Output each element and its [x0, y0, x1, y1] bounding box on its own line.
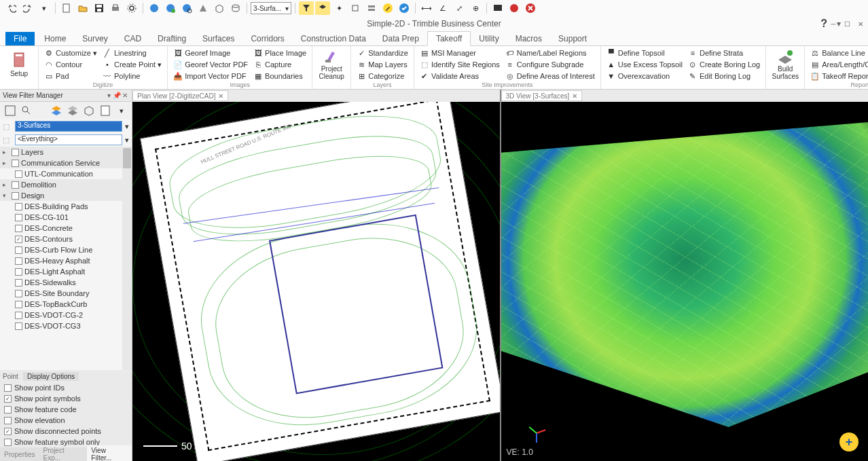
qat-record-icon[interactable] [507, 1, 522, 15]
tab-survey[interactable]: Survey [74, 32, 115, 45]
bottom-tab-project-explorer[interactable]: Project Exp... [39, 445, 88, 461]
setup-button[interactable]: Setup [4, 48, 34, 80]
tree-layer-item[interactable]: DES-Building Pads [0, 201, 132, 212]
qat-globe-blue-icon[interactable] [147, 1, 162, 15]
3d-view-tab[interactable]: 3D View [3-Surfaces] ✕ [501, 90, 583, 101]
plan-view-close-icon[interactable]: ✕ [218, 92, 223, 100]
tool-more-icon[interactable]: ▾ [114, 103, 129, 118]
tab-construction-data[interactable]: Construction Data [293, 32, 374, 45]
pad-button[interactable]: ▭Pad [43, 71, 98, 81]
tree-group[interactable]: ▾Design [0, 190, 132, 201]
qat-stack-icon[interactable] [364, 1, 379, 15]
georef-vector-pdf-button[interactable]: 📄Georef Vector PDF [172, 59, 249, 70]
qat-wand-icon[interactable]: ✦ [331, 1, 346, 15]
3d-view-close-icon[interactable]: ✕ [572, 92, 577, 100]
qat-stop-icon[interactable] [523, 1, 538, 15]
plan-view-tab[interactable]: Plan View [2-DigitizeCAD] ✕ [132, 90, 228, 101]
filter-select-dd-icon[interactable]: ▾ [125, 136, 129, 145]
qat-globe-green-icon[interactable] [163, 1, 178, 15]
tree-layer-item[interactable]: DES-TopBackCurb [0, 299, 132, 310]
add-fab-button[interactable]: + [839, 432, 858, 451]
display-option-row[interactable]: Show elevation [0, 415, 132, 426]
configure-subgrade-button[interactable]: ≡Configure Subgrade [504, 59, 596, 70]
surface-dropdown[interactable]: 3-Surfa...▾ [251, 2, 291, 14]
close-icon[interactable]: ✕ [856, 19, 865, 29]
boundaries-button[interactable]: ▦Boundaries [252, 71, 308, 81]
display-option-row[interactable]: ✓Show point symbols [0, 393, 132, 404]
place-image-button[interactable]: 🖼Place Image [252, 48, 308, 58]
qat-screen-icon[interactable] [490, 1, 505, 15]
map-layers-button[interactable]: ≋Map Layers [355, 59, 410, 70]
tool-layers-icon[interactable] [3, 103, 18, 118]
tab-takeoff[interactable]: Takeoff [427, 31, 471, 46]
panel-pin-icon[interactable]: 📌 [113, 92, 121, 99]
tab-corridors[interactable]: Corridors [242, 32, 292, 45]
linestring-button[interactable]: ╱Linestring [101, 48, 163, 58]
tree-layer-item[interactable]: DES-Site Boundary [0, 288, 132, 299]
tree-layer-item[interactable]: DES-CG-101 [0, 212, 132, 223]
create-point-button[interactable]: •Create Point ▾ [101, 59, 163, 70]
tab-utility[interactable]: Utility [471, 32, 507, 45]
qat-new-icon[interactable] [59, 1, 74, 15]
panel-dropdown-icon[interactable]: ▾ [105, 92, 113, 99]
qat-save-icon[interactable] [92, 1, 107, 15]
tool-search-icon[interactable] [19, 103, 34, 118]
name-label-regions-button[interactable]: 🏷Name/Label Regions [504, 48, 596, 58]
qat-cube-icon[interactable] [348, 1, 363, 15]
qat-measure-icon[interactable]: ⤢ [452, 1, 467, 15]
edit-boring-log-button[interactable]: ✎Edit Boring Log [687, 71, 761, 81]
minimize-icon[interactable]: ─ [829, 19, 838, 29]
overexcavation-button[interactable]: ▼Overexcavation [605, 71, 684, 81]
tree-group[interactable]: ▸Demolition [0, 179, 132, 190]
layer-tree[interactable]: ▸Layers▸Communication ServiceUTL-Communi… [0, 147, 132, 370]
display-option-row[interactable]: Show point IDs [0, 382, 132, 393]
tree-group[interactable]: ▸Communication Service [0, 158, 132, 168]
qat-compass-icon[interactable]: ⊕ [468, 1, 483, 15]
display-option-row[interactable]: Show feature code [0, 404, 132, 415]
panel-close-icon[interactable]: ✕ [121, 92, 129, 99]
axis-gizmo[interactable] [528, 424, 546, 442]
tab-macros[interactable]: Macros [507, 32, 550, 45]
tree-layer-item[interactable]: DES-Light Asphalt [0, 266, 132, 277]
tree-layer-item[interactable]: DES-VDOT-CG3 [0, 320, 132, 331]
takeoff-report-button[interactable]: 📋Takeoff Report [809, 71, 868, 81]
tree-layer-item[interactable]: UTL-Communication [0, 168, 132, 179]
balance-line-button[interactable]: ⚖Balance Line [809, 48, 868, 58]
tab-surfaces[interactable]: Surfaces [194, 32, 242, 45]
tool-sheet-icon[interactable] [98, 103, 113, 118]
area-length-count-button[interactable]: ▤Area/Length/Count Report [809, 59, 868, 70]
qat-dim-icon[interactable]: ⟷ [419, 1, 434, 15]
scrollbar-thumb[interactable] [123, 148, 131, 168]
qat-settings-icon[interactable] [124, 1, 139, 15]
filter-select[interactable]: <Everything> [15, 134, 122, 145]
qat-pencil-yellow-icon[interactable] [380, 1, 395, 15]
customize-button[interactable]: ⚙Customize ▾ [43, 48, 98, 58]
project-cleanup-button[interactable]: Project Cleanup [317, 48, 346, 80]
qat-angle-icon[interactable]: ∠ [435, 1, 450, 15]
msi-manager-button[interactable]: ▤MSI Manager [418, 48, 501, 58]
qat-globe-search-icon[interactable] [179, 1, 194, 15]
tree-group[interactable]: ▸Layers [0, 147, 132, 158]
qat-cylinder-icon[interactable] [228, 1, 243, 15]
qat-layers-yellow-icon[interactable] [315, 1, 330, 15]
qat-print-icon[interactable] [108, 1, 123, 15]
qat-box-icon[interactable] [212, 1, 227, 15]
qat-cone-icon[interactable] [196, 1, 211, 15]
georef-image-button[interactable]: 🖼Georef Image [172, 48, 249, 58]
tree-layer-item[interactable]: DES-VDOT-CG-2 [0, 310, 132, 320]
bottom-tab-properties[interactable]: Properties [0, 449, 39, 460]
define-topsoil-button[interactable]: ▀Define Topsoil [605, 48, 684, 58]
tool-stack-gray-icon[interactable] [65, 103, 80, 118]
plan-view-canvas[interactable]: HULL STREET ROAD U.S. ROUTE 360 50 ft [132, 102, 500, 461]
contour-button[interactable]: ◠Contour [43, 59, 98, 70]
surface-select[interactable]: 3-Surfaces [15, 121, 122, 132]
bottom-tab-view-filter[interactable]: View Filter... [87, 445, 132, 461]
build-surfaces-button[interactable]: Build Surfaces [770, 48, 800, 80]
display-option-row[interactable]: ✓Show disconnected points [0, 426, 132, 437]
create-boring-log-button[interactable]: ⊙Create Boring Log [687, 59, 761, 70]
categorize-button[interactable]: ⊞Categorize [355, 71, 410, 81]
help-icon[interactable]: ? [820, 18, 827, 30]
tab-home[interactable]: Home [36, 32, 74, 45]
polyline-button[interactable]: 〰Polyline [101, 71, 163, 81]
tree-layer-item[interactable]: DES-Concrete [0, 223, 132, 234]
